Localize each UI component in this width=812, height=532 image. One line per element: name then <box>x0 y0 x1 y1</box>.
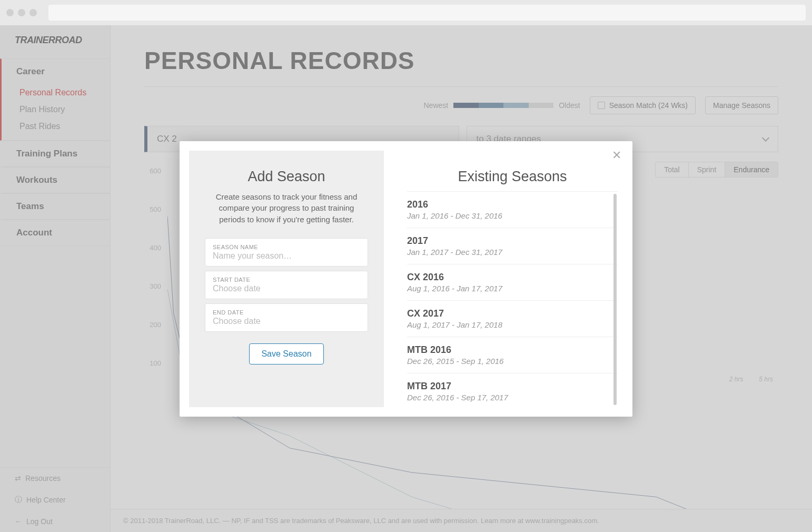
add-season-panel: Add Season Create seasons to track your … <box>189 151 384 407</box>
existing-seasons-panel: Existing Seasons 2016Jan 1, 2016 - Dec 3… <box>384 151 623 407</box>
season-item[interactable]: 2016Jan 1, 2016 - Dec 31, 2016 <box>407 192 618 228</box>
season-item[interactable]: CX 2017Aug 1, 2017 - Jan 17, 2018 <box>407 301 618 337</box>
url-bar[interactable] <box>48 5 806 21</box>
close-icon: ✕ <box>612 149 621 162</box>
scrollbar[interactable] <box>613 194 617 405</box>
window-close-icon[interactable] <box>6 9 14 16</box>
season-item[interactable]: MTB 2016Dec 26, 2015 - Sep 1, 2016 <box>407 337 618 373</box>
end-date-label: END DATE <box>213 309 360 316</box>
existing-seasons-title: Existing Seasons <box>407 169 618 185</box>
season-name-label: SEASON NAME <box>213 244 360 250</box>
window-minimize-icon[interactable] <box>18 9 25 16</box>
season-item-name: 2017 <box>407 235 618 247</box>
season-item-range: Jan 1, 2017 - Dec 31, 2017 <box>407 248 618 257</box>
add-season-description: Create seasons to track your fitness and… <box>205 191 368 225</box>
season-item-name: CX 2017 <box>407 308 618 319</box>
start-date-input[interactable] <box>213 284 360 293</box>
season-item-range: Aug 1, 2017 - Jan 17, 2018 <box>407 320 618 329</box>
season-item-range: Aug 1, 2016 - Jan 17, 2017 <box>407 284 618 293</box>
season-item-name: CX 2016 <box>407 272 618 283</box>
start-date-label: START DATE <box>213 277 360 283</box>
seasons-list[interactable]: 2016Jan 1, 2016 - Dec 31, 20162017Jan 1,… <box>407 191 618 407</box>
season-item[interactable]: CX 2016Aug 1, 2016 - Jan 17, 2017 <box>407 264 618 301</box>
window-maximize-icon[interactable] <box>29 9 37 16</box>
season-name-field[interactable]: SEASON NAME <box>205 238 368 267</box>
seasons-modal: ✕ Add Season Create seasons to track you… <box>180 141 632 417</box>
modal-close-button[interactable]: ✕ <box>610 149 623 161</box>
start-date-field[interactable]: START DATE <box>205 271 368 299</box>
season-item-range: Dec 26, 2016 - Sep 17, 2017 <box>407 393 618 402</box>
end-date-input[interactable] <box>213 317 360 326</box>
modal-overlay[interactable]: ✕ Add Season Create seasons to track you… <box>0 25 812 532</box>
season-name-input[interactable] <box>213 251 360 261</box>
season-item-name: MTB 2016 <box>407 344 618 356</box>
season-item-name: 2016 <box>407 199 618 210</box>
season-item-name: MTB 2017 <box>407 381 618 392</box>
browser-chrome <box>0 0 812 25</box>
end-date-field[interactable]: END DATE <box>205 303 368 332</box>
season-item[interactable]: MTB 2017Dec 26, 2016 - Sep 17, 2017 <box>407 373 618 407</box>
season-item-range: Jan 1, 2016 - Dec 31, 2016 <box>407 211 618 220</box>
save-season-button[interactable]: Save Season <box>249 343 323 364</box>
season-item-range: Dec 26, 2015 - Sep 1, 2016 <box>407 357 618 366</box>
add-season-title: Add Season <box>205 169 368 185</box>
season-item[interactable]: 2017Jan 1, 2017 - Dec 31, 2017 <box>407 228 618 264</box>
